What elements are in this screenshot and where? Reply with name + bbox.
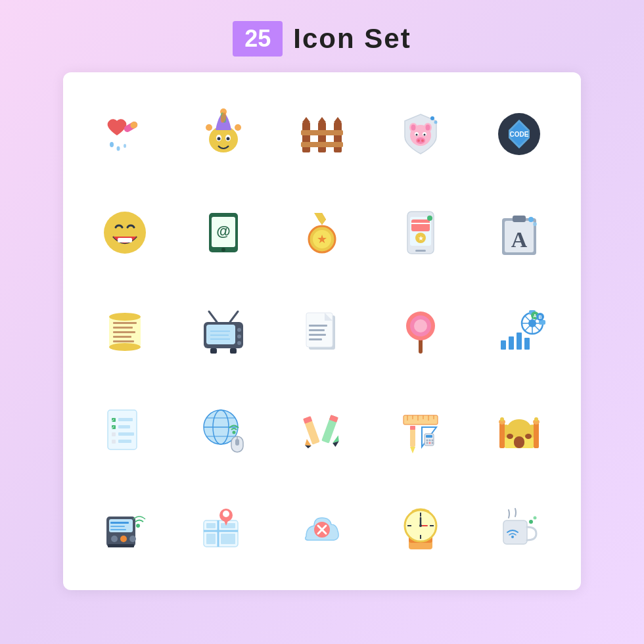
svg-rect-69	[113, 327, 133, 329]
svg-rect-117	[118, 418, 133, 421]
svg-rect-165	[499, 422, 505, 448]
icon-smart-mug	[473, 482, 565, 574]
icon-font-clipboard: A	[473, 187, 565, 279]
svg-point-2	[110, 142, 114, 147]
svg-point-167	[500, 417, 504, 421]
svg-rect-120	[118, 425, 130, 428]
svg-text:✓: ✓	[111, 425, 115, 430]
page-title: Icon Set	[293, 23, 411, 55]
icon-code-badge: CODE	[473, 88, 565, 180]
svg-rect-72	[113, 340, 134, 342]
svg-rect-168	[534, 422, 539, 448]
svg-point-210	[534, 517, 537, 520]
svg-marker-20	[334, 117, 342, 122]
svg-rect-97	[501, 340, 506, 350]
svg-rect-99	[517, 333, 522, 350]
svg-rect-22	[301, 142, 343, 147]
svg-point-78	[237, 334, 241, 338]
icon-pencil-eraser	[276, 384, 368, 476]
svg-rect-92	[309, 338, 322, 340]
icon-medicine-drops	[79, 88, 171, 180]
svg-text:★: ★	[418, 235, 424, 242]
icon-grid: CODE @	[63, 72, 581, 590]
svg-rect-17	[318, 122, 326, 152]
icon-map-location	[177, 482, 269, 574]
svg-text:A: A	[511, 227, 528, 252]
svg-rect-187	[206, 523, 216, 528]
svg-point-155	[426, 440, 428, 442]
svg-point-79	[237, 341, 241, 345]
svg-rect-54	[411, 219, 430, 231]
svg-point-156	[429, 440, 431, 442]
icon-retro-tv	[177, 285, 269, 377]
svg-point-209	[529, 520, 533, 524]
svg-point-35	[430, 116, 434, 120]
svg-rect-15	[302, 122, 310, 152]
svg-point-41	[104, 212, 146, 254]
icon-cloud-error	[276, 482, 368, 574]
svg-rect-177	[110, 526, 125, 527]
svg-point-36	[434, 121, 438, 124]
svg-rect-132	[235, 439, 239, 446]
svg-point-46	[221, 248, 225, 252]
svg-rect-123	[112, 440, 116, 444]
page-header: 25 Icon Set	[233, 21, 411, 57]
svg-point-57	[427, 216, 432, 221]
svg-point-96	[414, 319, 427, 333]
svg-rect-58	[415, 250, 426, 252]
icon-school-tools	[375, 384, 467, 476]
icon-fence	[276, 88, 368, 180]
svg-point-158	[426, 442, 428, 444]
icon-ferris-wheel: A B	[473, 285, 565, 377]
icon-scroll	[79, 285, 171, 377]
svg-point-33	[417, 139, 420, 142]
svg-rect-178	[110, 529, 126, 530]
svg-point-8	[235, 124, 241, 131]
svg-rect-90	[309, 329, 325, 331]
svg-rect-124	[118, 440, 131, 443]
svg-point-63	[528, 217, 534, 222]
svg-text:✓: ✓	[111, 418, 115, 423]
svg-point-206	[419, 524, 422, 527]
icon-count: 25	[233, 21, 283, 57]
svg-rect-98	[509, 336, 514, 350]
svg-text:A: A	[533, 313, 536, 318]
svg-rect-189	[206, 534, 216, 544]
svg-point-34	[421, 139, 424, 142]
svg-rect-42	[118, 238, 132, 242]
svg-rect-70	[113, 331, 135, 333]
svg-marker-150	[410, 447, 415, 453]
svg-point-181	[129, 536, 136, 542]
icon-globe-mouse	[177, 384, 269, 476]
svg-rect-68	[113, 322, 137, 324]
icon-jester-mask	[177, 88, 269, 180]
svg-point-192	[223, 511, 229, 517]
svg-text:B: B	[538, 315, 541, 319]
svg-point-64	[533, 222, 537, 226]
svg-rect-19	[334, 122, 342, 152]
svg-point-180	[120, 536, 127, 542]
svg-point-7	[206, 124, 212, 131]
svg-marker-16	[302, 117, 310, 122]
svg-point-159	[429, 442, 431, 444]
svg-rect-171	[514, 436, 524, 448]
icon-medal: ★	[276, 187, 368, 279]
svg-point-77	[237, 328, 241, 332]
icon-internet-radio	[79, 482, 171, 574]
svg-point-67	[109, 343, 141, 351]
svg-rect-154	[426, 435, 432, 438]
svg-rect-182	[108, 544, 134, 547]
svg-point-66	[109, 313, 141, 321]
svg-rect-21	[301, 130, 343, 135]
svg-text:★: ★	[317, 233, 327, 246]
icon-alarm-clock	[375, 482, 467, 574]
icon-document	[276, 285, 368, 377]
svg-point-133	[233, 431, 236, 434]
svg-point-179	[111, 536, 118, 542]
svg-marker-18	[318, 117, 326, 122]
svg-point-3	[117, 147, 120, 151]
svg-point-170	[534, 417, 538, 421]
svg-rect-91	[309, 334, 326, 336]
svg-point-31	[424, 134, 426, 136]
svg-rect-121	[112, 432, 116, 436]
